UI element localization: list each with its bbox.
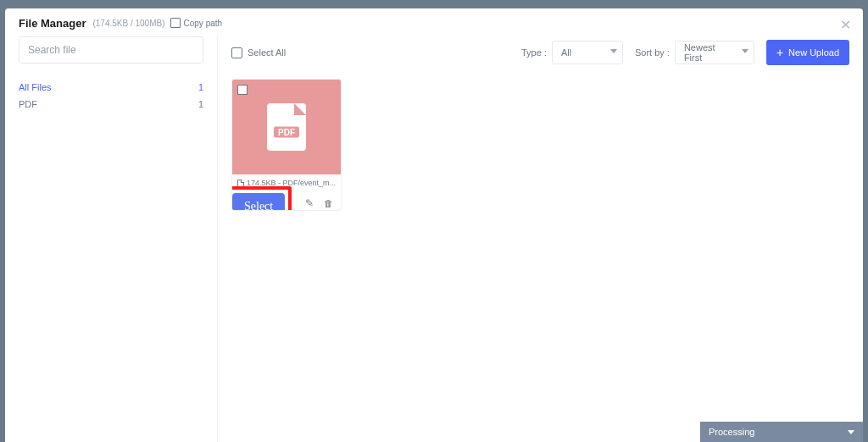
sort-label: Sort by : xyxy=(635,47,670,58)
checkbox-icon xyxy=(231,47,242,58)
new-upload-button[interactable]: + New Upload xyxy=(766,40,849,65)
filter-label: All Files xyxy=(19,82,52,92)
filter-count: 1 xyxy=(198,82,203,92)
sidebar: All Files 1 PDF 1 xyxy=(19,36,217,442)
plus-icon: + xyxy=(776,47,783,58)
filter-count: 1 xyxy=(198,99,203,109)
chevron-down-icon xyxy=(848,430,854,434)
select-all-checkbox[interactable]: Select All xyxy=(231,47,286,58)
chevron-down-icon xyxy=(742,49,748,53)
delete-icon[interactable] xyxy=(324,195,334,205)
storage-usage: (174.5KB / 100MB) xyxy=(92,19,164,28)
filter-all-files[interactable]: All Files 1 xyxy=(19,79,203,96)
sort-select[interactable]: Newest First xyxy=(675,41,754,64)
type-label: Type : xyxy=(521,47,547,58)
file-thumbnail: PDF xyxy=(232,80,341,174)
toolbar: Select All Type : All Sort by : Newest F… xyxy=(231,40,849,65)
sort-value: Newest First xyxy=(684,42,735,63)
file-manager-modal: File Manager (174.5KB / 100MB) Copy path… xyxy=(5,8,863,442)
modal-body: All Files 1 PDF 1 Select All Type : All xyxy=(5,36,863,442)
pdf-badge: PDF xyxy=(274,126,299,137)
type-value: All xyxy=(561,47,571,58)
modal-header: File Manager (174.5KB / 100MB) Copy path… xyxy=(5,8,863,36)
modal-title: File Manager xyxy=(19,17,86,30)
type-select[interactable]: All xyxy=(552,41,623,64)
file-grid: PDF 174.5KB - PDF/event_m... Select xyxy=(231,79,849,211)
filter-label: PDF xyxy=(19,99,37,109)
copy-path-button[interactable]: Copy path xyxy=(172,19,223,28)
file-card[interactable]: PDF 174.5KB - PDF/event_m... Select xyxy=(231,79,342,211)
new-upload-label: New Upload xyxy=(788,47,839,58)
filter-pdf[interactable]: PDF 1 xyxy=(19,96,203,113)
pdf-file-icon: PDF xyxy=(267,103,306,151)
processing-label: Processing xyxy=(709,427,754,437)
filter-list: All Files 1 PDF 1 xyxy=(19,79,203,113)
select-button[interactable]: Select xyxy=(232,193,285,211)
chevron-down-icon xyxy=(610,49,617,53)
file-checkbox[interactable] xyxy=(237,85,248,95)
file-actions: Select xyxy=(232,191,341,210)
select-all-label: Select All xyxy=(248,47,286,58)
close-icon[interactable]: ✕ xyxy=(840,17,851,33)
copy-icon xyxy=(172,19,181,28)
edit-icon[interactable] xyxy=(305,195,315,205)
main-panel: Select All Type : All Sort by : Newest F… xyxy=(217,36,849,442)
processing-bar[interactable]: Processing xyxy=(700,422,863,442)
copy-path-label: Copy path xyxy=(184,19,223,28)
select-button-highlight: Select xyxy=(231,186,292,211)
search-input[interactable] xyxy=(19,36,203,64)
